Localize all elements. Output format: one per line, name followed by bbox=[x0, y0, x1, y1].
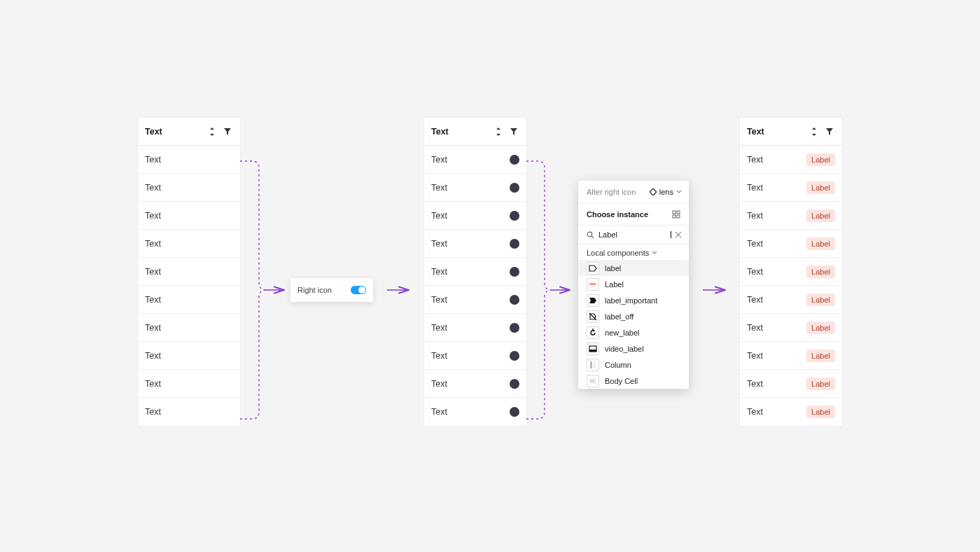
row-text: Text bbox=[431, 239, 510, 249]
table-row[interactable]: Text bbox=[138, 370, 240, 398]
table-row[interactable]: Text bbox=[138, 286, 240, 314]
table-row[interactable]: Text bbox=[424, 398, 526, 426]
column-header-title: Text bbox=[145, 127, 202, 137]
row-text: Text bbox=[747, 239, 806, 249]
body-cell-icon bbox=[587, 375, 599, 387]
column-header-title: Text bbox=[747, 127, 804, 137]
table-row[interactable]: Text bbox=[424, 202, 526, 230]
diagram-stage: Text TextTextTextTextTextTextTextTextTex… bbox=[0, 0, 980, 552]
instance-option[interactable]: new_label bbox=[578, 324, 689, 340]
instance-option[interactable]: Body Cell bbox=[578, 373, 689, 389]
label-chip: Label bbox=[806, 237, 835, 250]
table-row[interactable]: TextLabel bbox=[740, 314, 842, 342]
filter-icon[interactable] bbox=[222, 126, 233, 137]
grid-view-icon[interactable] bbox=[672, 210, 680, 219]
clear-search-icon[interactable] bbox=[675, 231, 682, 238]
table-row[interactable]: Text bbox=[138, 314, 240, 342]
search-icon bbox=[587, 231, 594, 239]
instance-option[interactable]: Label bbox=[578, 276, 689, 292]
chevron-down-icon bbox=[652, 250, 657, 256]
instance-option-name: new_label bbox=[605, 329, 640, 337]
instance-option[interactable]: label_important bbox=[578, 292, 689, 308]
table-row[interactable]: Text bbox=[138, 230, 240, 258]
instance-option[interactable]: label_off bbox=[578, 308, 689, 324]
table-row[interactable]: Text bbox=[138, 398, 240, 426]
choose-instance-title-row: Choose instance bbox=[578, 204, 689, 225]
row-text: Text bbox=[145, 323, 233, 333]
instance-option-name: label_important bbox=[605, 296, 657, 305]
row-text: Text bbox=[145, 407, 233, 417]
column-rows: TextTextTextTextTextTextTextTextTextText bbox=[138, 146, 240, 426]
table-row[interactable]: Text bbox=[138, 258, 240, 286]
table-row[interactable]: Text bbox=[424, 370, 526, 398]
table-row[interactable]: Text bbox=[424, 146, 526, 174]
table-row[interactable]: TextLabel bbox=[740, 174, 842, 202]
table-row[interactable]: Text bbox=[424, 286, 526, 314]
label-chip: Label bbox=[806, 181, 835, 194]
table-row[interactable]: TextLabel bbox=[740, 230, 842, 258]
sort-icon[interactable] bbox=[493, 126, 504, 137]
label-important-icon bbox=[587, 294, 599, 307]
instance-section-header[interactable]: Local components bbox=[578, 244, 689, 260]
label-off-icon bbox=[587, 310, 599, 323]
table-row[interactable]: Text bbox=[424, 314, 526, 342]
video-label-icon bbox=[587, 343, 599, 355]
right-icon-toggle-switch[interactable] bbox=[351, 286, 366, 294]
table-row[interactable]: Text bbox=[138, 174, 240, 202]
column-header[interactable]: Text bbox=[740, 118, 842, 146]
instance-picker-title: Alter right icon bbox=[587, 188, 645, 196]
table-row[interactable]: Text bbox=[424, 258, 526, 286]
instance-search-input[interactable]: Label bbox=[598, 230, 671, 239]
row-text: Text bbox=[145, 239, 233, 249]
instance-picker-current-value[interactable]: lens bbox=[650, 188, 682, 196]
column-panel-label: Text TextLabelTextLabelTextLabelTextLabe… bbox=[740, 118, 842, 426]
column-header[interactable]: Text bbox=[424, 118, 526, 146]
table-row[interactable]: TextLabel bbox=[740, 202, 842, 230]
table-row[interactable]: Text bbox=[138, 146, 240, 174]
row-text: Text bbox=[747, 407, 806, 417]
column-header[interactable]: Text bbox=[138, 118, 240, 146]
new-label-icon bbox=[587, 326, 599, 339]
row-text: Text bbox=[431, 155, 510, 165]
table-row[interactable]: TextLabel bbox=[740, 342, 842, 370]
instance-option[interactable]: Column bbox=[578, 357, 689, 373]
row-text: Text bbox=[747, 267, 806, 277]
table-row[interactable]: TextLabel bbox=[740, 258, 842, 286]
sort-icon[interactable] bbox=[808, 126, 820, 137]
table-row[interactable]: TextLabel bbox=[740, 370, 842, 398]
instance-option[interactable]: label bbox=[578, 260, 689, 276]
choose-instance-title: Choose instance bbox=[587, 210, 648, 219]
row-text: Text bbox=[145, 211, 233, 221]
column-rows: TextTextTextTextTextTextTextTextTextText bbox=[424, 146, 526, 426]
column-panel-plain: Text TextTextTextTextTextTextTextTextTex… bbox=[138, 118, 240, 426]
instance-picker-panel: Alter right icon lens Choose instance La… bbox=[578, 181, 689, 389]
table-row[interactable]: TextLabel bbox=[740, 286, 842, 314]
table-row[interactable]: Text bbox=[138, 202, 240, 230]
row-text: Text bbox=[747, 155, 806, 165]
table-row[interactable]: Text bbox=[138, 342, 240, 370]
label-chip: Label bbox=[806, 406, 835, 418]
instance-option-name: video_label bbox=[605, 345, 644, 353]
table-row[interactable]: TextLabel bbox=[740, 398, 842, 426]
lens-icon bbox=[510, 239, 519, 249]
instance-picker-header: Alter right icon lens bbox=[578, 181, 689, 203]
lens-icon bbox=[510, 295, 519, 305]
table-row[interactable]: Text bbox=[424, 342, 526, 370]
instance-icon bbox=[650, 188, 657, 195]
row-text: Text bbox=[747, 183, 806, 193]
sort-icon[interactable] bbox=[206, 126, 218, 137]
right-icon-toggle-label: Right icon bbox=[298, 286, 351, 294]
right-icon-toggle-popover: Right icon bbox=[290, 278, 373, 302]
label-chip: Label bbox=[806, 209, 835, 222]
column-icon bbox=[587, 359, 599, 371]
instance-option-name: label bbox=[605, 264, 621, 272]
instance-option[interactable]: video_label bbox=[578, 340, 689, 357]
lens-icon bbox=[510, 211, 519, 221]
column-panel-lens: Text TextTextTextTextTextTextTextTextTex… bbox=[424, 118, 526, 426]
table-row[interactable]: TextLabel bbox=[740, 146, 842, 174]
row-text: Text bbox=[431, 211, 510, 221]
table-row[interactable]: Text bbox=[424, 174, 526, 202]
table-row[interactable]: Text bbox=[424, 230, 526, 258]
filter-icon[interactable] bbox=[824, 126, 835, 137]
filter-icon[interactable] bbox=[508, 126, 519, 137]
